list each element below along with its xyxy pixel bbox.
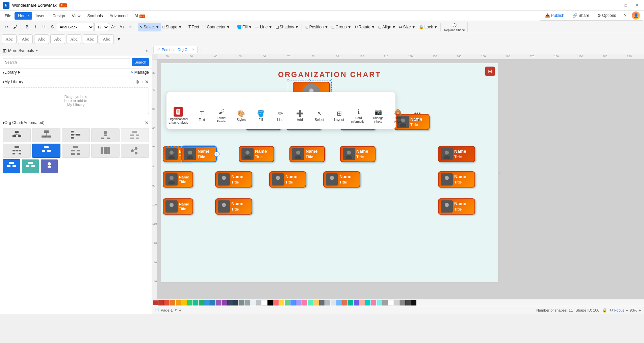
color-swatch-white[interactable] [262, 300, 267, 305]
color-swatch-dark1[interactable] [227, 300, 233, 305]
card-row3-4[interactable]: Name Title [340, 146, 376, 162]
ft-hide-photo[interactable]: 🙈 Hide Photo [389, 107, 406, 125]
color-swatch-light2[interactable] [256, 300, 261, 305]
add-tab-button[interactable]: + [198, 46, 206, 53]
color-swatch-gray2[interactable] [244, 300, 250, 305]
align-tools-button[interactable]: ⊟ Align ▼ [377, 23, 397, 31]
menu-file[interactable]: File [1, 12, 15, 20]
ft-line[interactable]: ✏ Line [272, 108, 289, 123]
connector-button[interactable]: ⌒ Connector ▼ [201, 23, 231, 31]
color-swatch-black[interactable] [267, 300, 273, 305]
bold-button[interactable]: B [23, 23, 31, 31]
increase-font-button[interactable]: A↑ [109, 23, 118, 31]
menu-view[interactable]: View [69, 12, 84, 20]
format-button[interactable]: 🖌 [11, 23, 19, 31]
maximize-button[interactable]: □ [621, 2, 630, 9]
card-row5-right[interactable]: Name Title [438, 198, 475, 215]
color-swatch-ex1[interactable] [273, 300, 279, 305]
fill-button[interactable]: 🪣 Fill ▼ [235, 23, 254, 31]
org-template-10[interactable] [121, 144, 149, 158]
manage-button[interactable]: ✎ Manage [130, 70, 149, 75]
color-swatch-ex13[interactable] [342, 300, 347, 305]
cut-button[interactable]: ✂ [3, 23, 11, 31]
org-template-8[interactable] [62, 144, 90, 158]
zoom-in-button[interactable]: + [639, 308, 641, 313]
drag-handle[interactable]: ⋮⋮ [170, 95, 173, 103]
org-template-13[interactable] [41, 159, 58, 173]
ft-select[interactable]: ↖ Select [311, 108, 328, 123]
minimize-button[interactable]: — [610, 2, 620, 9]
color-swatch-yellow[interactable] [181, 300, 187, 305]
color-swatch-ex12[interactable] [336, 300, 342, 305]
shape-swatch-7[interactable]: Abc [99, 34, 114, 44]
decrease-font-button[interactable]: A↓ [118, 23, 126, 31]
underline-button[interactable]: U [40, 23, 48, 31]
org-template-11[interactable] [3, 159, 20, 173]
card-row3-3[interactable]: Name Title [289, 146, 325, 162]
color-swatch-ex11[interactable] [331, 300, 336, 305]
org-template-6[interactable] [3, 144, 31, 158]
color-swatch-green1[interactable] [187, 300, 192, 305]
color-swatch-ex3[interactable] [285, 300, 290, 305]
card-row3-2[interactable]: Name Title [239, 146, 274, 162]
color-swatch-purple2[interactable] [222, 300, 227, 305]
font-size-select[interactable]: 12 10 14 16 [94, 23, 109, 31]
color-swatch-red1[interactable] [158, 300, 164, 305]
canvas-content[interactable]: ORGANIZATION CHART M [157, 59, 644, 299]
color-swatch-ex10[interactable] [325, 300, 330, 305]
ft-format-painter[interactable]: 🖌 FormatPainter [213, 107, 230, 125]
color-swatch-ex8[interactable] [313, 300, 319, 305]
color-swatch-ex20[interactable] [382, 300, 388, 305]
strikethrough-button[interactable]: S [48, 23, 56, 31]
add-connection-button[interactable]: + [214, 151, 220, 157]
ft-styles[interactable]: 🎨 Styles [233, 108, 250, 123]
close-library-button[interactable]: ✕ [145, 79, 149, 84]
ft-more[interactable]: ••• More [409, 109, 426, 123]
color-swatch-green2[interactable] [199, 300, 204, 305]
user-avatar[interactable]: 👤 [632, 11, 640, 20]
color-swatch-ex22[interactable] [394, 300, 399, 305]
color-swatch-ex16[interactable] [359, 300, 365, 305]
color-swatch-ex2[interactable] [279, 300, 284, 305]
share-button[interactable]: 🔗 Share [570, 13, 592, 19]
menu-symbols[interactable]: Symbols [84, 12, 106, 20]
font-family-select[interactable]: Arial Black Arial Calibri [57, 23, 94, 31]
search-input[interactable] [3, 58, 130, 66]
position-button[interactable]: ⊞ Position ▼ [304, 23, 330, 31]
menu-design[interactable]: Design [49, 12, 68, 20]
group-button[interactable]: ⊡ Group ▼ [330, 23, 353, 31]
color-swatch-teal[interactable] [193, 300, 198, 305]
publish-button[interactable]: 📤 Publish [542, 13, 567, 19]
shadow-button[interactable]: ◻ Shadow ▼ [274, 23, 300, 31]
menu-advanced[interactable]: Advanced [106, 12, 131, 20]
color-swatch-ex9[interactable] [319, 300, 325, 305]
color-swatch-ex5[interactable] [296, 300, 302, 305]
fit-button[interactable]: ⊡ [610, 308, 613, 312]
color-swatch-ex18[interactable] [371, 300, 376, 305]
shape-swatch-5[interactable]: Abc [67, 34, 81, 44]
color-swatch-ex19[interactable] [377, 300, 382, 305]
add-to-library-button[interactable]: + [141, 79, 144, 84]
card-row5-1[interactable]: Name Title [215, 198, 252, 215]
new-collection-button[interactable]: ⊕ [135, 79, 139, 84]
search-button[interactable]: Search [132, 58, 149, 66]
shape-swatch-6[interactable]: Abc [83, 34, 98, 44]
text-button[interactable]: T Text [187, 23, 200, 31]
color-swatch-ex17[interactable] [365, 300, 370, 305]
color-swatch-light1[interactable] [250, 300, 256, 305]
shape-swatch-2[interactable]: Abc [18, 34, 33, 44]
close-org-button[interactable]: ✕ [145, 120, 149, 125]
lock-button[interactable]: 🔒 Lock ▼ [417, 23, 439, 31]
italic-button[interactable]: I [31, 23, 40, 31]
ft-add[interactable]: ➕ Add [291, 108, 308, 123]
ft-text[interactable]: T Text [194, 109, 210, 123]
color-swatch-ex21[interactable] [388, 300, 393, 305]
ft-card-info[interactable]: ℹ CardInformation [350, 107, 367, 125]
align-button[interactable]: ≡ [126, 23, 134, 31]
org-template-9[interactable] [91, 144, 119, 158]
card-right-1[interactable]: Name Title [438, 146, 475, 162]
color-swatch-purple1[interactable] [216, 300, 221, 305]
shape-swatch-4[interactable]: Abc [50, 34, 65, 44]
org-template-3[interactable] [62, 128, 90, 142]
color-swatch-ex15[interactable] [354, 300, 359, 305]
